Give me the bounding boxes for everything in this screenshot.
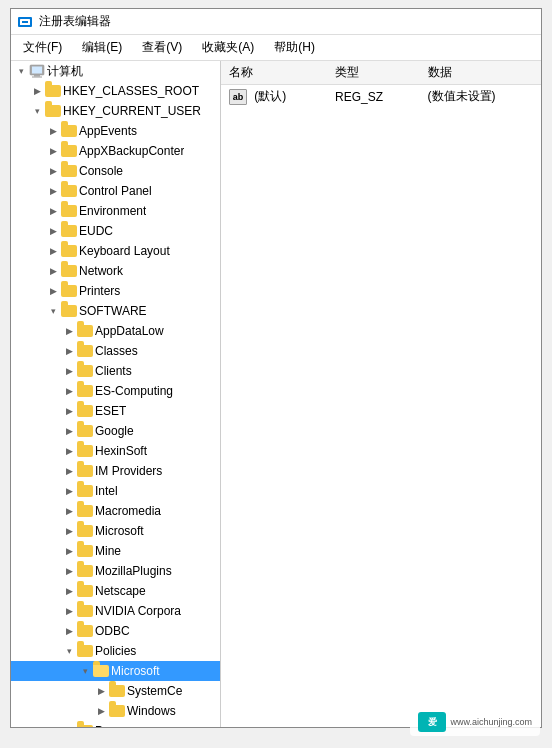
svg-rect-2 bbox=[22, 21, 28, 23]
tree-label-power: Power bbox=[95, 724, 129, 727]
expander-console[interactable]: ▶ bbox=[45, 163, 61, 179]
folder-icon-hkey-classes-root bbox=[45, 84, 61, 98]
expander-software-microsoft[interactable]: ▶ bbox=[61, 523, 77, 539]
expander-network[interactable]: ▶ bbox=[45, 263, 61, 279]
tree-node-policies[interactable]: ▾ Policies bbox=[11, 641, 220, 661]
tree-label-keyboard-layout: Keyboard Layout bbox=[79, 244, 170, 258]
tree-node-software[interactable]: ▾ SOFTWARE bbox=[11, 301, 220, 321]
tree-node-nvidia-corpora[interactable]: ▶ NVIDIA Corpora bbox=[11, 601, 220, 621]
folder-icon-mine bbox=[77, 544, 93, 558]
tree-label-google: Google bbox=[95, 424, 134, 438]
tree-node-clients[interactable]: ▶ Clients bbox=[11, 361, 220, 381]
tree-node-hkey-classes-root[interactable]: ▶ HKEY_CLASSES_ROOT bbox=[11, 81, 220, 101]
watermark-url: www.aichunjing.com bbox=[450, 717, 532, 727]
tree-node-hexinsoft[interactable]: ▶ HexinSoft bbox=[11, 441, 220, 461]
tree-pane: ▾ 计算机 ▶ HKEY_CLASSES_ROOT bbox=[11, 61, 221, 727]
expander-google[interactable]: ▶ bbox=[61, 423, 77, 439]
expander-windows[interactable]: ▶ bbox=[93, 703, 109, 719]
expander-appevents[interactable]: ▶ bbox=[45, 123, 61, 139]
tree-node-eset[interactable]: ▶ ESET bbox=[11, 401, 220, 421]
expander-control-panel[interactable]: ▶ bbox=[45, 183, 61, 199]
tree-label-systemce: SystemCe bbox=[127, 684, 182, 698]
expander-keyboard-layout[interactable]: ▶ bbox=[45, 243, 61, 259]
expander-es-computing[interactable]: ▶ bbox=[61, 383, 77, 399]
tree-node-computer[interactable]: ▾ 计算机 bbox=[11, 61, 220, 81]
tree-node-appxbackupconter[interactable]: ▶ AppXBackupConter bbox=[11, 141, 220, 161]
tree-node-netscape[interactable]: ▶ Netscape bbox=[11, 581, 220, 601]
tree-node-classes[interactable]: ▶ Classes bbox=[11, 341, 220, 361]
tree-node-printers[interactable]: ▶ Printers bbox=[11, 281, 220, 301]
menu-view[interactable]: 查看(V) bbox=[134, 37, 190, 58]
expander-intel[interactable]: ▶ bbox=[61, 483, 77, 499]
detail-pane: 名称 类型 数据 ab (默认) REG_SZ (数值未设置) bbox=[221, 61, 541, 727]
tree-label-odbc: ODBC bbox=[95, 624, 130, 638]
tree-node-appevents[interactable]: ▶ AppEvents bbox=[11, 121, 220, 141]
table-row[interactable]: ab (默认) REG_SZ (数值未设置) bbox=[221, 85, 541, 109]
tree-node-appdatalow[interactable]: ▶ AppDataLow bbox=[11, 321, 220, 341]
folder-icon-control-panel bbox=[61, 184, 77, 198]
expander-netscape[interactable]: ▶ bbox=[61, 583, 77, 599]
tree-label-windows: Windows bbox=[127, 704, 176, 718]
tree-node-environment[interactable]: ▶ Environment bbox=[11, 201, 220, 221]
expander-policies[interactable]: ▾ bbox=[61, 643, 77, 659]
tree-node-console[interactable]: ▶ Console bbox=[11, 161, 220, 181]
expander-eudc[interactable]: ▶ bbox=[45, 223, 61, 239]
tree-node-policies-microsoft[interactable]: ▾ Microsoft bbox=[11, 661, 220, 681]
computer-icon bbox=[29, 64, 45, 78]
tree-node-mozillaplugins[interactable]: ▶ MozillaPlugins bbox=[11, 561, 220, 581]
folder-icon-google bbox=[77, 424, 93, 438]
tree-node-power[interactable]: ▶ Power bbox=[11, 721, 220, 727]
tree-node-windows[interactable]: ▶ Windows bbox=[11, 701, 220, 721]
tree-node-im-providers[interactable]: ▶ IM Providers bbox=[11, 461, 220, 481]
tree-node-es-computing[interactable]: ▶ ES-Computing bbox=[11, 381, 220, 401]
tree-node-google[interactable]: ▶ Google bbox=[11, 421, 220, 441]
tree-node-keyboard-layout[interactable]: ▶ Keyboard Layout bbox=[11, 241, 220, 261]
expander-nvidia-corpora[interactable]: ▶ bbox=[61, 603, 77, 619]
expander-policies-microsoft[interactable]: ▾ bbox=[77, 663, 93, 679]
menu-file[interactable]: 文件(F) bbox=[15, 37, 70, 58]
folder-icon-es-computing bbox=[77, 384, 93, 398]
window-icon bbox=[17, 14, 33, 30]
folder-icon-nvidia-corpora bbox=[77, 604, 93, 618]
expander-macromedia[interactable]: ▶ bbox=[61, 503, 77, 519]
tree-label-nvidia-corpora: NVIDIA Corpora bbox=[95, 604, 181, 618]
tree-node-hkey-current-user[interactable]: ▾ HKEY_CURRENT_USER bbox=[11, 101, 220, 121]
menu-favorites[interactable]: 收藏夹(A) bbox=[194, 37, 262, 58]
tree-node-macromedia[interactable]: ▶ Macromedia bbox=[11, 501, 220, 521]
ab-icon: ab bbox=[229, 89, 247, 105]
expander-printers[interactable]: ▶ bbox=[45, 283, 61, 299]
expander-environment[interactable]: ▶ bbox=[45, 203, 61, 219]
expander-mozillaplugins[interactable]: ▶ bbox=[61, 563, 77, 579]
expander-systemce[interactable]: ▶ bbox=[93, 683, 109, 699]
col-header-name: 名称 bbox=[221, 61, 327, 85]
expander-hkey-current-user[interactable]: ▾ bbox=[29, 103, 45, 119]
tree-node-network[interactable]: ▶ Network bbox=[11, 261, 220, 281]
expander-im-providers[interactable]: ▶ bbox=[61, 463, 77, 479]
expander-hexinsoft[interactable]: ▶ bbox=[61, 443, 77, 459]
menu-edit[interactable]: 编辑(E) bbox=[74, 37, 130, 58]
row-name: (默认) bbox=[254, 89, 286, 103]
tree-node-odbc[interactable]: ▶ ODBC bbox=[11, 621, 220, 641]
expander-clients[interactable]: ▶ bbox=[61, 363, 77, 379]
menu-help[interactable]: 帮助(H) bbox=[266, 37, 323, 58]
folder-icon-clients bbox=[77, 364, 93, 378]
row-name-cell: ab (默认) bbox=[221, 85, 327, 109]
expander-odbc[interactable]: ▶ bbox=[61, 623, 77, 639]
expander-software[interactable]: ▾ bbox=[45, 303, 61, 319]
expander-appxbackupconter[interactable]: ▶ bbox=[45, 143, 61, 159]
expander-appdatalow[interactable]: ▶ bbox=[61, 323, 77, 339]
expander-computer[interactable]: ▾ bbox=[13, 63, 29, 79]
expander-mine[interactable]: ▶ bbox=[61, 543, 77, 559]
tree-label-policies-microsoft: Microsoft bbox=[111, 664, 160, 678]
expander-power[interactable]: ▶ bbox=[61, 723, 77, 727]
tree-node-software-microsoft[interactable]: ▶ Microsoft bbox=[11, 521, 220, 541]
tree-node-mine[interactable]: ▶ Mine bbox=[11, 541, 220, 561]
expander-eset[interactable]: ▶ bbox=[61, 403, 77, 419]
tree-node-intel[interactable]: ▶ Intel bbox=[11, 481, 220, 501]
tree-node-systemce[interactable]: ▶ SystemCe bbox=[11, 681, 220, 701]
tree-node-control-panel[interactable]: ▶ Control Panel bbox=[11, 181, 220, 201]
expander-classes[interactable]: ▶ bbox=[61, 343, 77, 359]
tree-node-eudc[interactable]: ▶ EUDC bbox=[11, 221, 220, 241]
expander-hkey-classes-root[interactable]: ▶ bbox=[29, 83, 45, 99]
tree-label-appxbackupconter: AppXBackupConter bbox=[79, 144, 184, 158]
